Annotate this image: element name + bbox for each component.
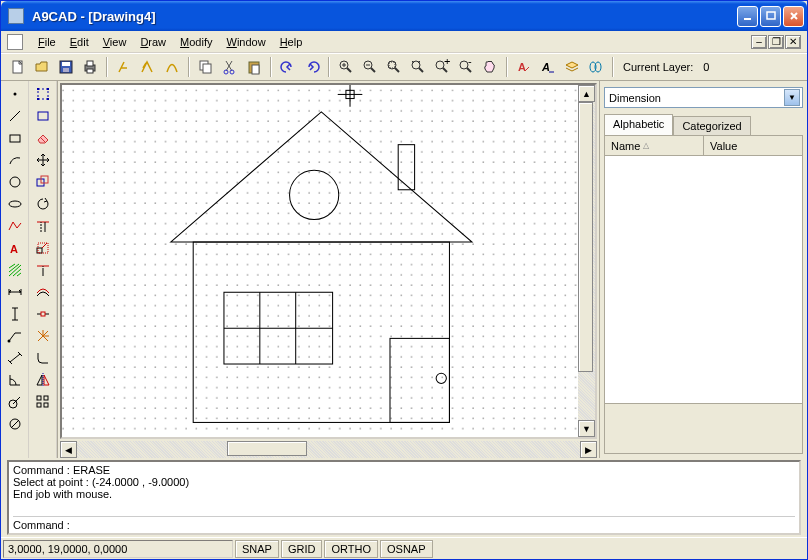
break-tool[interactable] xyxy=(31,303,55,325)
svg-rect-5 xyxy=(63,68,69,72)
mdi-close-button[interactable]: ✕ xyxy=(785,35,801,49)
command-window[interactable]: Command : ERASE Select at point : (-24.0… xyxy=(7,460,801,535)
zoom-in-button[interactable] xyxy=(335,56,357,78)
polyline-tool[interactable] xyxy=(3,215,27,237)
mirror-tool[interactable] xyxy=(31,369,55,391)
pan-button[interactable] xyxy=(479,56,501,78)
command-log: Command : ERASE Select at point : (-24.0… xyxy=(13,464,795,514)
zoom-realtime-button[interactable]: + xyxy=(431,56,453,78)
svg-text:A: A xyxy=(541,61,550,73)
menu-edit[interactable]: Edit xyxy=(63,34,96,50)
menu-draw[interactable]: Draw xyxy=(133,34,173,50)
minimize-button[interactable] xyxy=(737,6,758,27)
column-value[interactable]: Value xyxy=(704,136,802,155)
print-button[interactable] xyxy=(79,56,101,78)
select-tool[interactable] xyxy=(31,83,55,105)
mdi-minimize-button[interactable]: – xyxy=(751,35,767,49)
text-red-button[interactable]: A xyxy=(513,56,535,78)
tab-alphabetic[interactable]: Alphabetic xyxy=(604,114,673,135)
svg-point-20 xyxy=(436,61,444,69)
dimension-v-tool[interactable] xyxy=(3,303,27,325)
leader-tool[interactable] xyxy=(3,325,27,347)
dimension-tool[interactable] xyxy=(3,281,27,303)
select-rect-tool[interactable] xyxy=(31,105,55,127)
chevron-down-icon[interactable]: ▼ xyxy=(784,89,800,106)
trim-tool[interactable] xyxy=(31,215,55,237)
paste-button[interactable] xyxy=(243,56,265,78)
fillet-tool[interactable] xyxy=(31,347,55,369)
rotate-tool[interactable] xyxy=(31,193,55,215)
text-black-button[interactable]: A xyxy=(537,56,559,78)
drawing-canvas[interactable]: ▲ ▼ xyxy=(60,83,597,439)
close-button[interactable] xyxy=(783,6,804,27)
arc-tool[interactable] xyxy=(3,149,27,171)
main-toolbar: + - A A Current Layer: 0 xyxy=(1,53,807,81)
zoom-extents-button[interactable] xyxy=(407,56,429,78)
undo-button[interactable] xyxy=(277,56,299,78)
mdi-restore-button[interactable]: ❐ xyxy=(768,35,784,49)
object-type-combo[interactable]: Dimension ▼ xyxy=(604,87,803,108)
array-tool[interactable] xyxy=(31,391,55,413)
vertical-scrollbar[interactable]: ▲ ▼ xyxy=(578,85,595,437)
horizontal-scrollbar[interactable]: ◀ ▶ xyxy=(60,441,597,458)
titlebar[interactable]: A9CAD - [Drawing4] xyxy=(1,1,807,31)
circle-tool[interactable] xyxy=(3,171,27,193)
save-button[interactable] xyxy=(55,56,77,78)
ortho-toggle[interactable]: ORTHO xyxy=(324,540,378,558)
redo-button[interactable] xyxy=(301,56,323,78)
dimension-angle-tool[interactable] xyxy=(3,369,27,391)
layers-alt-button[interactable] xyxy=(585,56,607,78)
tool-b-button[interactable] xyxy=(137,56,159,78)
scale-tool[interactable] xyxy=(31,237,55,259)
rectangle-tool[interactable] xyxy=(3,127,27,149)
osnap-toggle[interactable]: OSNAP xyxy=(380,540,433,558)
layers-button[interactable] xyxy=(561,56,583,78)
svg-point-22 xyxy=(460,61,468,69)
zoom-prev-button[interactable]: - xyxy=(455,56,477,78)
properties-description xyxy=(605,403,802,453)
menu-window[interactable]: Window xyxy=(219,34,272,50)
scroll-up-button[interactable]: ▲ xyxy=(578,85,595,102)
text-tool[interactable]: A xyxy=(3,237,27,259)
zoom-out-button[interactable] xyxy=(359,56,381,78)
menu-help[interactable]: Help xyxy=(273,34,310,50)
menu-modify[interactable]: Modify xyxy=(173,34,219,50)
extend-tool[interactable] xyxy=(31,259,55,281)
maximize-button[interactable] xyxy=(760,6,781,27)
explode-tool[interactable] xyxy=(31,325,55,347)
erase-tool[interactable] xyxy=(31,127,55,149)
svg-text:-: - xyxy=(468,59,472,67)
copy-button[interactable] xyxy=(195,56,217,78)
zoom-window-button[interactable] xyxy=(383,56,405,78)
tab-categorized[interactable]: Categorized xyxy=(673,116,750,135)
tool-c-button[interactable] xyxy=(161,56,183,78)
scroll-left-button[interactable]: ◀ xyxy=(60,441,77,458)
dimension-align-tool[interactable] xyxy=(3,347,27,369)
mdi-document-icon[interactable] xyxy=(7,34,23,50)
grid-toggle[interactable]: GRID xyxy=(281,540,323,558)
log-line: Select at point : (-24.0000 , -9.0000) xyxy=(13,476,795,488)
line-tool[interactable] xyxy=(3,105,27,127)
move-tool[interactable] xyxy=(31,149,55,171)
menu-view[interactable]: View xyxy=(96,34,134,50)
tool-a-button[interactable] xyxy=(113,56,135,78)
column-name[interactable]: Name △ xyxy=(605,136,704,155)
dimension-diameter-tool[interactable] xyxy=(3,413,27,435)
offset-tool[interactable] xyxy=(31,281,55,303)
hatch-tool[interactable] xyxy=(3,259,27,281)
point-tool[interactable] xyxy=(3,83,27,105)
cut-button[interactable] xyxy=(219,56,241,78)
copy-object-tool[interactable] xyxy=(31,171,55,193)
open-file-button[interactable] xyxy=(31,56,53,78)
sort-asc-icon: △ xyxy=(643,141,649,150)
window-title: A9CAD - [Drawing4] xyxy=(28,9,737,24)
dimension-radius-tool[interactable] xyxy=(3,391,27,413)
modify-toolbar xyxy=(29,81,57,458)
ellipse-tool[interactable] xyxy=(3,193,27,215)
scroll-down-button[interactable]: ▼ xyxy=(578,420,595,437)
menu-file[interactable]: File xyxy=(31,34,63,50)
command-prompt[interactable]: Command : xyxy=(13,516,795,531)
scroll-right-button[interactable]: ▶ xyxy=(580,441,597,458)
snap-toggle[interactable]: SNAP xyxy=(235,540,279,558)
new-file-button[interactable] xyxy=(7,56,29,78)
